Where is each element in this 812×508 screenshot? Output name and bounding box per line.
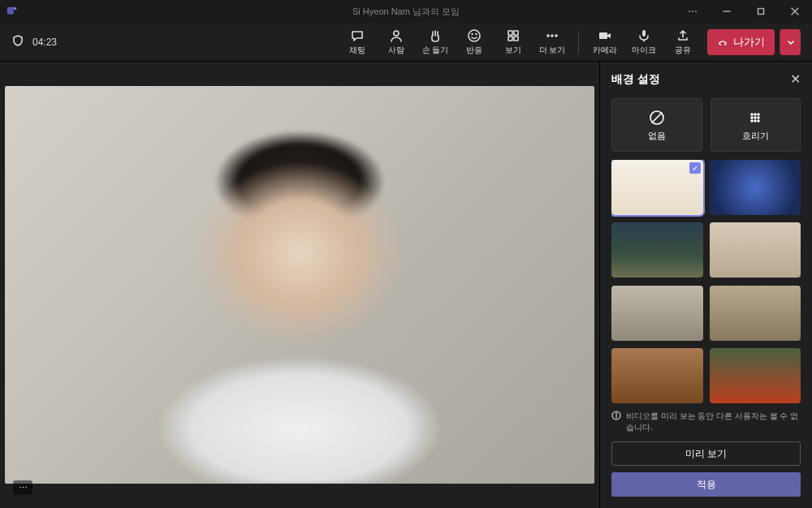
minimize-button[interactable] — [710, 0, 744, 23]
meeting-toolbar: 04:23 채팅 사람 손 들기 반응 보기 더 보기 카메라 마이크 공유 나 — [0, 23, 812, 62]
leave-button[interactable]: 나가기 — [707, 29, 775, 55]
video-area: ⋯ — [0, 62, 599, 508]
svg-point-6 — [394, 31, 399, 36]
blur-icon — [746, 109, 764, 127]
svg-point-21 — [751, 114, 753, 115]
svg-point-32 — [616, 413, 617, 414]
titlebar: Si Hyeon Nam 님과의 모임 ⋯ — [0, 0, 812, 23]
chevron-down-icon — [787, 35, 795, 50]
grid-icon — [506, 28, 520, 43]
apply-button[interactable]: 적용 — [611, 472, 801, 497]
mic-button[interactable]: 마이크 — [626, 24, 662, 60]
leave-dropdown[interactable] — [780, 29, 801, 55]
svg-rect-18 — [642, 30, 646, 37]
svg-rect-12 — [508, 37, 512, 41]
reactions-button[interactable]: 반응 — [456, 24, 492, 60]
raise-hand-button[interactable]: 손 들기 — [417, 24, 453, 60]
video-more-button[interactable]: ⋯ — [13, 480, 32, 495]
background-thumb-6[interactable] — [710, 286, 801, 341]
background-thumbnails-grid — [611, 160, 801, 404]
svg-rect-10 — [508, 31, 512, 35]
background-thumb-8[interactable] — [710, 348, 801, 403]
svg-point-23 — [758, 114, 759, 115]
background-thumb-1[interactable] — [611, 160, 703, 215]
panel-title: 배경 설정 — [611, 72, 660, 87]
svg-point-7 — [469, 30, 480, 41]
leave-icon — [717, 35, 728, 49]
background-thumb-2[interactable] — [710, 160, 801, 215]
close-window-button[interactable] — [778, 0, 812, 23]
window-title: Si Hyeon Nam 님과의 모임 — [352, 6, 460, 18]
participant-video[interactable] — [5, 86, 594, 484]
svg-rect-13 — [514, 37, 518, 41]
svg-rect-0 — [7, 7, 14, 15]
chat-button[interactable]: 채팅 — [339, 24, 375, 60]
smile-icon — [467, 28, 482, 43]
share-button[interactable]: 공유 — [665, 24, 701, 60]
people-button[interactable]: 사람 — [378, 24, 414, 60]
background-settings-panel: 배경 설정 ✕ 없음 흐리기 비디오를 미리 보는 동안 다 — [599, 62, 812, 508]
svg-point-22 — [754, 114, 756, 115]
meeting-timer: 04:23 — [32, 37, 57, 48]
preview-button[interactable]: 미리 보기 — [611, 441, 801, 466]
close-panel-button[interactable]: ✕ — [790, 71, 801, 87]
svg-rect-3 — [758, 9, 764, 15]
background-thumb-3[interactable] — [611, 222, 703, 278]
svg-rect-17 — [599, 32, 607, 39]
svg-point-8 — [472, 33, 473, 34]
chat-icon — [350, 28, 365, 43]
none-icon — [648, 109, 666, 127]
svg-point-27 — [751, 120, 753, 122]
camera-icon — [598, 28, 612, 43]
info-icon — [611, 411, 621, 433]
background-thumb-5[interactable] — [611, 286, 703, 341]
app-logo-icon — [6, 5, 18, 18]
svg-point-29 — [758, 120, 759, 122]
svg-point-26 — [758, 117, 759, 118]
titlebar-more-icon[interactable]: ⋯ — [676, 0, 710, 23]
toolbar-separator — [578, 31, 579, 54]
svg-point-1 — [14, 7, 17, 11]
svg-point-9 — [476, 33, 477, 34]
svg-point-16 — [555, 35, 557, 37]
camera-button[interactable]: 카메라 — [587, 24, 623, 60]
info-text: 비디오를 미리 보는 동안 다른 사용자는 볼 수 없습니다. — [626, 411, 801, 433]
svg-point-14 — [547, 35, 549, 37]
svg-line-20 — [652, 113, 662, 123]
svg-point-28 — [754, 120, 756, 122]
background-thumb-7[interactable] — [611, 348, 703, 403]
background-thumb-4[interactable] — [710, 222, 801, 278]
svg-point-15 — [551, 35, 553, 37]
background-none-option[interactable]: 없음 — [611, 98, 702, 152]
maximize-button[interactable] — [744, 0, 778, 23]
background-blur-option[interactable]: 흐리기 — [710, 98, 801, 152]
mic-icon — [637, 28, 651, 43]
share-icon — [676, 28, 690, 43]
view-button[interactable]: 보기 — [495, 24, 531, 60]
svg-point-25 — [754, 117, 756, 118]
raise-hand-icon — [428, 28, 443, 43]
more-icon — [545, 28, 559, 43]
shield-icon — [11, 34, 24, 50]
svg-point-24 — [751, 117, 753, 118]
more-button[interactable]: 더 보기 — [534, 24, 570, 60]
svg-rect-11 — [514, 31, 518, 35]
people-icon — [389, 28, 404, 43]
